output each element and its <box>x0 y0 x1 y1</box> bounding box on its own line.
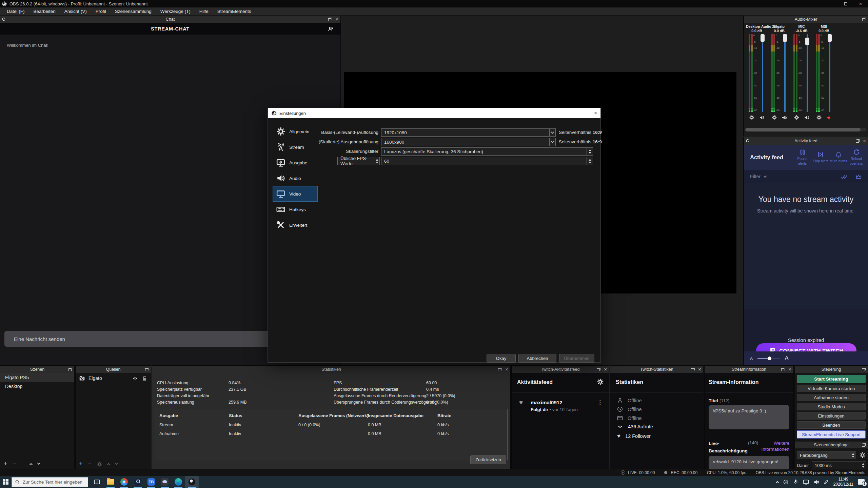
duration-input[interactable]: 1000 ms <box>812 461 866 469</box>
menu-ansicht[interactable]: Ansicht (V) <box>60 8 91 15</box>
taskbar-search[interactable]: Zur Suche Text hier eingeben <box>12 477 88 487</box>
speaker-icon[interactable] <box>782 115 787 120</box>
settings-tab-video[interactable]: Video <box>273 186 318 202</box>
mark-read-icon[interactable] <box>841 174 847 180</box>
float-dock-icon[interactable] <box>145 368 149 371</box>
kebab-menu-icon[interactable]: ⋮ <box>597 399 603 406</box>
font-small-icon[interactable]: A <box>750 356 753 361</box>
obs-button[interactable] <box>185 476 199 488</box>
volume-icon[interactable] <box>813 479 819 485</box>
file-explorer-button[interactable] <box>104 476 117 488</box>
settings-button[interactable]: Einstellungen <box>797 412 866 420</box>
float-dock-icon[interactable] <box>328 18 332 21</box>
start-virtual-camera-button[interactable]: Virtuelle Kamera starten <box>797 385 866 392</box>
sources-titlebar[interactable]: Quellen <box>76 366 151 373</box>
action-center-button[interactable]: 1 <box>858 479 865 485</box>
studio-mode-button[interactable]: Studio-Modus <box>797 403 866 410</box>
taskbar-clock[interactable]: 11:49 2020/12/11 <box>833 477 853 487</box>
activity-feed-titlebar[interactable]: C Activity feed × <box>744 137 868 145</box>
menu-datei[interactable]: Datei (F) <box>3 8 29 15</box>
menu-hilfe[interactable]: Hilfe <box>195 8 213 15</box>
move-source-down-button[interactable] <box>115 462 118 465</box>
transitions-titlebar[interactable]: Szenenübergänge <box>795 442 868 448</box>
base-resolution-combo[interactable]: 1920x1080 <box>381 128 556 137</box>
pause-alerts-button[interactable]: Pause alerts <box>793 149 811 165</box>
spin-up-icon[interactable] <box>852 453 854 455</box>
volume-slider-handle[interactable] <box>805 38 809 45</box>
close-dock-icon[interactable]: × <box>698 368 701 371</box>
float-dock-icon[interactable] <box>862 443 866 447</box>
remove-source-button[interactable]: − <box>88 461 92 468</box>
spin-down-icon[interactable] <box>589 162 591 163</box>
menu-szenensammlung[interactable]: Szenensammlung <box>111 8 156 15</box>
settings-dialog-titlebar[interactable]: Einstellungen × <box>268 108 600 118</box>
refresh-icon[interactable]: C <box>746 138 749 143</box>
close-dock-icon[interactable]: × <box>335 18 338 21</box>
source-properties-gear-icon[interactable] <box>97 462 102 467</box>
crown-icon[interactable] <box>855 174 862 180</box>
volume-slider-handle[interactable] <box>828 34 832 42</box>
mixer-scrollbar[interactable] <box>745 128 867 131</box>
settings-tab-ausgabe[interactable]: Ausgabe <box>273 155 318 170</box>
twitch-activity-titlebar[interactable]: Twitch-Aktivitätsfeed × <box>512 366 609 373</box>
output-resolution-combo[interactable]: 1600x900 <box>381 138 556 146</box>
volume-slider[interactable] <box>827 34 832 112</box>
float-dock-icon[interactable] <box>862 368 866 371</box>
settings-tab-erweitert[interactable]: Erweitert <box>273 217 318 233</box>
close-dock-icon[interactable]: × <box>604 368 607 371</box>
refresh-icon[interactable]: C <box>2 17 5 22</box>
close-icon[interactable]: × <box>594 110 597 116</box>
follower-username[interactable]: maximal0912 <box>531 400 562 405</box>
scale-filter-combo[interactable]: Lanczos (geschärfte Skalierung, 36 Stich… <box>381 147 593 156</box>
scenes-titlebar[interactable]: Szenen <box>0 366 74 373</box>
mute-alerts-button[interactable]: Mute alerts <box>829 151 847 163</box>
chrome-button[interactable] <box>117 476 131 488</box>
spin-up-icon[interactable] <box>589 149 591 151</box>
stream-info-titlebar[interactable]: Streaminformation × <box>705 366 793 373</box>
close-dock-icon[interactable]: × <box>505 368 508 371</box>
menu-profil[interactable]: Profil <box>92 8 110 15</box>
minimize-button[interactable] <box>823 0 838 7</box>
spin-down-icon[interactable] <box>852 456 854 458</box>
volume-slider[interactable] <box>805 34 810 112</box>
microphone-icon[interactable] <box>793 479 798 485</box>
float-dock-icon[interactable] <box>68 368 72 371</box>
speaker-icon[interactable] <box>759 115 765 120</box>
gear-icon[interactable] <box>772 115 777 120</box>
float-dock-icon[interactable] <box>781 368 785 371</box>
settings-tab-hotkeys[interactable]: Hotkeys <box>273 202 318 217</box>
float-dock-icon[interactable] <box>691 368 695 371</box>
start-recording-button[interactable]: Aufnahme starten <box>797 394 866 401</box>
move-scene-down-button[interactable] <box>37 462 41 465</box>
volume-slider[interactable] <box>760 34 765 112</box>
font-size-slider[interactable] <box>757 358 780 359</box>
cancel-button[interactable]: Abbrechen <box>518 354 556 363</box>
edge-button[interactable] <box>172 476 185 488</box>
unlock-icon[interactable] <box>142 375 147 381</box>
float-dock-icon[interactable] <box>862 18 866 21</box>
source-item-elgato[interactable]: Elgato <box>76 373 151 383</box>
tray-expand-icon[interactable] <box>775 481 779 484</box>
spin-up-icon[interactable] <box>376 159 378 161</box>
move-source-up-button[interactable] <box>107 463 111 467</box>
transition-gear-icon[interactable] <box>860 452 866 458</box>
settings-tab-audio[interactable]: Audio <box>273 170 318 186</box>
close-dock-icon[interactable]: × <box>863 139 866 143</box>
gear-icon[interactable] <box>597 379 604 385</box>
close-button[interactable]: × <box>853 0 868 7</box>
fps-type-combo[interactable]: Übliche FPS-Werte <box>337 157 380 165</box>
spin-up-icon[interactable] <box>589 159 591 161</box>
float-dock-icon[interactable] <box>597 368 600 371</box>
volume-slider-handle[interactable] <box>783 34 787 42</box>
display-network-icon[interactable] <box>803 479 809 485</box>
spin-down-icon[interactable] <box>589 152 591 154</box>
audio-mixer-titlebar[interactable]: Audio-Mixer <box>744 16 868 23</box>
gear-icon[interactable] <box>749 115 754 120</box>
float-dock-icon[interactable] <box>856 139 860 143</box>
steam-button[interactable] <box>131 476 144 488</box>
tray-app-icon[interactable] <box>783 479 789 485</box>
close-dock-icon[interactable]: × <box>788 368 791 371</box>
statistics-titlebar[interactable]: Statistiken × <box>152 366 510 373</box>
scene-item-elgato-ps5[interactable]: Elgato PS5 <box>0 373 74 382</box>
start-streaming-button[interactable]: Start Streaming <box>797 375 866 383</box>
